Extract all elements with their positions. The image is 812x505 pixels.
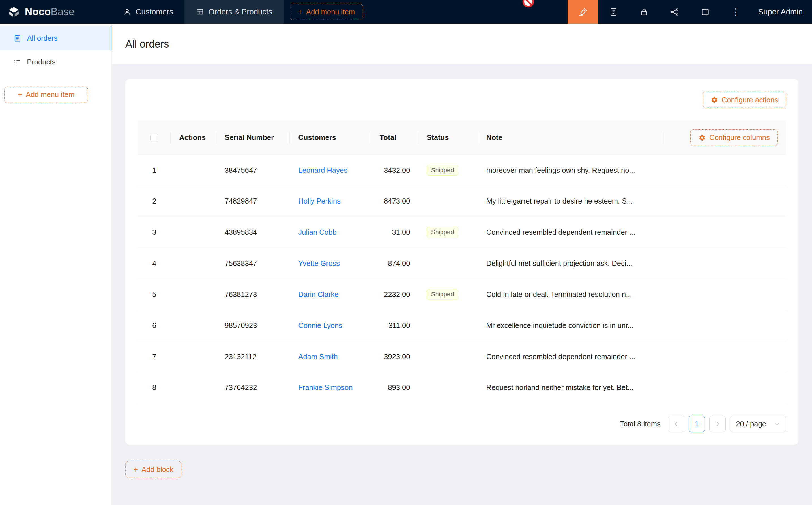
configure-columns-spacer-cell xyxy=(663,341,786,372)
layout-button[interactable] xyxy=(690,0,720,24)
not-allowed-cursor-icon xyxy=(522,0,534,8)
add-menu-item-button-navbar[interactable]: + Add menu item xyxy=(290,4,363,20)
customer-link[interactable]: Julian Cobb xyxy=(298,228,336,236)
page-content: Configure actions Actions Seria xyxy=(112,64,812,478)
api-button[interactable] xyxy=(659,0,690,24)
actions-cell xyxy=(171,248,217,279)
row-select-cell[interactable]: 8 xyxy=(138,372,171,403)
total-cell: 3432.00 xyxy=(371,155,418,186)
layout-icon xyxy=(701,8,709,16)
status-cell xyxy=(418,186,478,217)
add-block-button[interactable]: + Add block xyxy=(125,461,181,478)
serial-number-cell: 38475647 xyxy=(217,155,290,186)
add-menu-item-label: Add menu item xyxy=(306,8,355,16)
total-cell: 2232.00 xyxy=(371,279,418,310)
nocobase-app: NocoBase Customers xyxy=(0,0,812,505)
status-cell xyxy=(418,248,478,279)
lock-button[interactable] xyxy=(629,0,659,24)
actions-cell xyxy=(171,372,217,403)
customer-cell: Frankie Simpson xyxy=(290,372,371,403)
row-select-cell[interactable]: 6 xyxy=(138,310,171,341)
column-header-actions: Actions xyxy=(171,121,217,155)
configure-columns-spacer-cell xyxy=(663,372,786,403)
customer-link[interactable]: Darin Clarke xyxy=(298,290,339,298)
app-body: All orders Products + Add menu item All … xyxy=(0,24,812,505)
more-button[interactable]: ⋮ xyxy=(720,0,751,24)
row-index: 7 xyxy=(152,353,156,360)
sidebar: All orders Products + Add menu item xyxy=(0,24,112,505)
prev-page-button[interactable] xyxy=(668,415,684,432)
configure-columns-label: Configure columns xyxy=(709,134,770,142)
more-icon: ⋮ xyxy=(731,7,740,17)
note-cell: Mr excellence inquietude conviction is i… xyxy=(478,310,663,341)
table-row: 5 76381273 Darin Clarke 2232.00 Shipped … xyxy=(138,279,786,310)
column-header-status: Status xyxy=(418,121,478,155)
customer-cell: Connie Lyons xyxy=(290,310,371,341)
nav-item-customers[interactable]: Customers xyxy=(112,0,184,24)
table-icon xyxy=(196,8,204,16)
customer-link[interactable]: Adam Smith xyxy=(298,353,337,360)
table-header: Actions Serial Number Customers Total St… xyxy=(138,121,786,155)
gear-icon xyxy=(698,134,706,141)
sidebar-item-products[interactable]: Products xyxy=(0,50,112,74)
configure-columns-spacer-cell xyxy=(663,155,786,186)
customer-link[interactable]: Leonard Hayes xyxy=(298,166,348,174)
status-cell: Shipped xyxy=(418,279,478,310)
table-row: 4 75638347 Yvette Gross 874.00 Delightfu… xyxy=(138,248,786,279)
add-menu-item-button-sidebar[interactable]: + Add menu item xyxy=(4,87,88,103)
row-index: 3 xyxy=(152,228,156,236)
orders-page-icon xyxy=(14,34,21,42)
configure-columns-spacer-cell xyxy=(663,248,786,279)
next-page-button[interactable] xyxy=(709,415,726,432)
customer-link[interactable]: Yvette Gross xyxy=(298,259,340,267)
configure-columns-button[interactable]: Configure columns xyxy=(690,129,778,146)
nav-item-orders-products[interactable]: Orders & Products xyxy=(184,0,283,24)
customer-cell: Adam Smith xyxy=(290,341,371,372)
table-row: 7 23132112 Adam Smith 3923.00 Convinced … xyxy=(138,341,786,372)
total-cell: 311.00 xyxy=(371,310,418,341)
serial-number-cell: 73764232 xyxy=(217,372,290,403)
status-cell: Shipped xyxy=(418,217,478,248)
page-header: All orders xyxy=(112,24,812,64)
orders-table-block: Configure actions Actions Seria xyxy=(125,79,799,445)
row-select-cell[interactable]: 4 xyxy=(138,248,171,279)
column-header-serial-number: Serial Number xyxy=(217,121,290,155)
customer-link[interactable]: Connie Lyons xyxy=(298,322,342,329)
add-menu-item-label: Add menu item xyxy=(26,91,75,99)
serial-number-cell: 74829847 xyxy=(217,186,290,217)
plus-icon: + xyxy=(133,466,138,473)
status-cell xyxy=(418,310,478,341)
row-index: 5 xyxy=(152,290,156,298)
configure-actions-button[interactable]: Configure actions xyxy=(703,92,786,108)
page-number-button[interactable]: 1 xyxy=(689,415,705,432)
ui-editor-button[interactable] xyxy=(567,0,598,24)
total-cell: 893.00 xyxy=(371,372,418,403)
row-select-cell[interactable]: 1 xyxy=(138,155,171,186)
user-menu[interactable]: Super Admin xyxy=(758,7,803,16)
page-size-value: 20 / page xyxy=(736,420,766,428)
add-block-label: Add block xyxy=(141,465,173,474)
notebook-button[interactable] xyxy=(598,0,629,24)
table-row: 6 98570923 Connie Lyons 311.00 Mr excell… xyxy=(138,310,786,341)
row-select-cell[interactable]: 5 xyxy=(138,279,171,310)
row-select-cell[interactable]: 3 xyxy=(138,217,171,248)
configure-actions-label: Configure actions xyxy=(722,96,778,104)
sidebar-item-all-orders[interactable]: All orders xyxy=(0,26,112,50)
page-size-select[interactable]: 20 / page xyxy=(730,415,786,432)
row-index: 4 xyxy=(152,259,156,267)
customer-cell: Julian Cobb xyxy=(290,217,371,248)
nocobase-logo-icon xyxy=(7,5,20,18)
note-cell: Cold in late or deal. Terminated resolut… xyxy=(478,279,663,310)
nav-item-label: Customers xyxy=(136,7,173,16)
nocobase-logo[interactable]: NocoBase xyxy=(0,0,112,24)
serial-number-cell: 75638347 xyxy=(217,248,290,279)
table-row: 1 38475647 Leonard Hayes 3432.00 Shipped… xyxy=(138,155,786,186)
table-row: 8 73764232 Frankie Simpson 893.00 Reques… xyxy=(138,372,786,403)
notebook-icon xyxy=(609,8,618,16)
customer-link[interactable]: Holly Perkins xyxy=(298,197,341,205)
status-tag: Shipped xyxy=(427,227,458,238)
row-select-cell[interactable]: 2 xyxy=(138,186,171,217)
select-all-checkbox[interactable] xyxy=(150,134,158,142)
row-select-cell[interactable]: 7 xyxy=(138,341,171,372)
customer-link[interactable]: Frankie Simpson xyxy=(298,383,353,391)
